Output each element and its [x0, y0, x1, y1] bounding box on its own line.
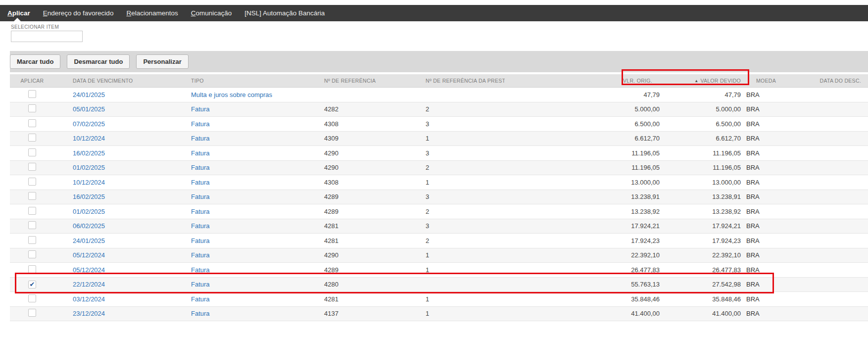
row-checkbox[interactable]	[28, 236, 36, 244]
moeda-cell: BRA	[744, 193, 782, 200]
due-date-link[interactable]: 16/02/2025	[73, 149, 105, 157]
column-header-tipo[interactable]: TIPO	[173, 78, 297, 84]
row-checkbox[interactable]	[28, 134, 36, 142]
tab-comunicacao[interactable]: Comunicação	[185, 5, 239, 21]
due-date-link[interactable]: 01/02/2025	[73, 208, 105, 215]
active-tab-notch-icon	[14, 18, 21, 21]
referencia-prestacao-cell: 1	[386, 251, 505, 259]
row-checkbox[interactable]	[28, 207, 36, 215]
referencia-cell: 4281	[297, 222, 386, 230]
referencia-cell: 4137	[297, 310, 386, 317]
table-row: 16/02/2025 Fatura 4290 3 11.196,05 11.19…	[10, 146, 868, 161]
due-date-link[interactable]: 01/02/2025	[73, 164, 105, 171]
selecionar-item-input[interactable]	[11, 31, 83, 42]
due-date-cell: 16/02/2025	[54, 193, 173, 200]
column-header-data-de-vencimento[interactable]: DATA DE VENCIMENTO	[54, 78, 173, 84]
due-date-cell: 01/02/2025	[54, 208, 173, 215]
due-date-link[interactable]: 10/12/2024	[73, 179, 105, 186]
valor-devido-cell: 11.196,05	[663, 149, 744, 157]
row-checkbox[interactable]	[28, 221, 36, 229]
row-checkbox[interactable]: ✔	[28, 281, 36, 289]
tipo-link[interactable]: Fatura	[191, 251, 210, 259]
row-checkbox[interactable]	[28, 265, 36, 273]
due-date-cell: 24/01/2025	[54, 237, 173, 244]
tipo-link[interactable]: Fatura	[191, 266, 210, 274]
table-body: 24/01/2025 Multa e juros sobre compras 4…	[10, 88, 868, 321]
referencia-prestacao-cell: 1	[386, 135, 505, 142]
due-date-link[interactable]: 05/12/2024	[73, 251, 105, 259]
due-date-link[interactable]: 06/02/2025	[73, 222, 105, 230]
column-header-moeda[interactable]: MOEDA	[744, 78, 782, 84]
due-date-link[interactable]: 03/12/2024	[73, 295, 105, 303]
due-date-link[interactable]: 10/12/2024	[73, 135, 105, 142]
row-checkbox[interactable]	[28, 163, 36, 171]
row-checkbox[interactable]	[28, 309, 36, 317]
valor-devido-cell: 27.542,98	[663, 281, 744, 288]
referencia-cell: 4290	[297, 164, 386, 171]
personalizar-button[interactable]: Personalizar	[136, 54, 188, 69]
top-navbar: Aplicar Endereço do favorecido Relaciona…	[0, 5, 868, 21]
aplicar-cell	[10, 148, 54, 158]
column-header-data-do-desc[interactable]: DATA DO DESC.	[782, 78, 868, 84]
table-row: 05/01/2025 Fatura 4282 2 5.000,00 5.000,…	[10, 102, 868, 117]
tipo-link[interactable]: Fatura	[191, 208, 210, 215]
vlr-orig-cell: 22.392,10	[505, 251, 663, 259]
moeda-cell: BRA	[744, 208, 782, 215]
tipo-link[interactable]: Fatura	[191, 149, 210, 157]
marcar-tudo-button[interactable]: Marcar tudo	[10, 54, 60, 69]
tab-relacionamentos[interactable]: Relacionamentos	[120, 5, 184, 21]
row-checkbox[interactable]	[28, 178, 36, 186]
tipo-link[interactable]: Fatura	[191, 179, 210, 186]
due-date-link[interactable]: 22/12/2024	[73, 281, 105, 288]
column-header-no-de-referencia-da-prestacao[interactable]: Nº DE REFERÊNCIA DA PRESTAÇÃO	[386, 78, 505, 84]
column-header-no-de-referencia[interactable]: Nº DE REFERÊNCIA	[297, 78, 386, 84]
tipo-cell: Fatura	[173, 222, 297, 230]
tipo-link[interactable]: Fatura	[191, 193, 210, 200]
column-header-aplicar[interactable]: APLICAR	[10, 78, 54, 84]
column-header-vlr-orig[interactable]: VLR. ORIG.	[505, 78, 663, 84]
moeda-cell: BRA	[744, 310, 782, 317]
tab-endereco-do-favorecido[interactable]: Endereço do favorecido	[37, 5, 120, 21]
due-date-link[interactable]: 23/12/2024	[73, 310, 105, 317]
tipo-link[interactable]: Fatura	[191, 135, 210, 142]
row-checkbox[interactable]	[28, 104, 36, 112]
table-row: 24/01/2025 Multa e juros sobre compras 4…	[10, 88, 868, 102]
row-checkbox[interactable]	[28, 148, 36, 156]
tipo-cell: Fatura	[173, 149, 297, 157]
due-date-link[interactable]: 24/01/2025	[73, 237, 105, 244]
tab-nsl-automacao-bancaria[interactable]: [NSL] Automação Bancária	[238, 5, 331, 21]
row-checkbox[interactable]	[28, 90, 36, 98]
tipo-cell: Fatura	[173, 251, 297, 259]
tipo-link[interactable]: Fatura	[191, 295, 210, 303]
toolbar: Marcar tudo Desmarcar tudo Personalizar	[10, 51, 868, 72]
column-header-valor-devido[interactable]: ▲VALOR DEVIDO	[663, 78, 744, 84]
row-checkbox[interactable]	[28, 294, 36, 302]
referencia-prestacao-cell: 1	[386, 266, 505, 274]
due-date-link[interactable]: 05/01/2025	[73, 105, 105, 113]
tipo-link[interactable]: Fatura	[191, 237, 210, 244]
tipo-link[interactable]: Fatura	[191, 120, 210, 128]
tipo-link[interactable]: Fatura	[191, 222, 210, 230]
row-checkbox[interactable]	[28, 119, 36, 127]
tipo-link[interactable]: Fatura	[191, 281, 210, 288]
referencia-prestacao-cell: 3	[386, 222, 505, 230]
desmarcar-tudo-button[interactable]: Desmarcar tudo	[67, 54, 130, 69]
valor-devido-cell: 11.196,05	[663, 164, 744, 171]
aplicar-cell	[10, 236, 54, 245]
valor-devido-cell: 47,79	[663, 91, 744, 98]
tipo-link[interactable]: Fatura	[191, 105, 210, 113]
row-checkbox[interactable]	[28, 192, 36, 200]
vlr-orig-cell: 26.477,83	[505, 266, 663, 274]
moeda-cell: BRA	[744, 164, 782, 171]
tipo-link[interactable]: Fatura	[191, 164, 210, 171]
due-date-link[interactable]: 24/01/2025	[73, 91, 105, 98]
tipo-link[interactable]: Fatura	[191, 310, 210, 317]
row-checkbox[interactable]	[28, 250, 36, 258]
tipo-link[interactable]: Multa e juros sobre compras	[191, 91, 272, 98]
due-date-link[interactable]: 05/12/2024	[73, 266, 105, 274]
moeda-cell: BRA	[744, 149, 782, 157]
due-date-link[interactable]: 07/02/2025	[73, 120, 105, 128]
tipo-cell: Fatura	[173, 105, 297, 113]
due-date-cell: 03/12/2024	[54, 295, 173, 303]
due-date-link[interactable]: 16/02/2025	[73, 193, 105, 200]
